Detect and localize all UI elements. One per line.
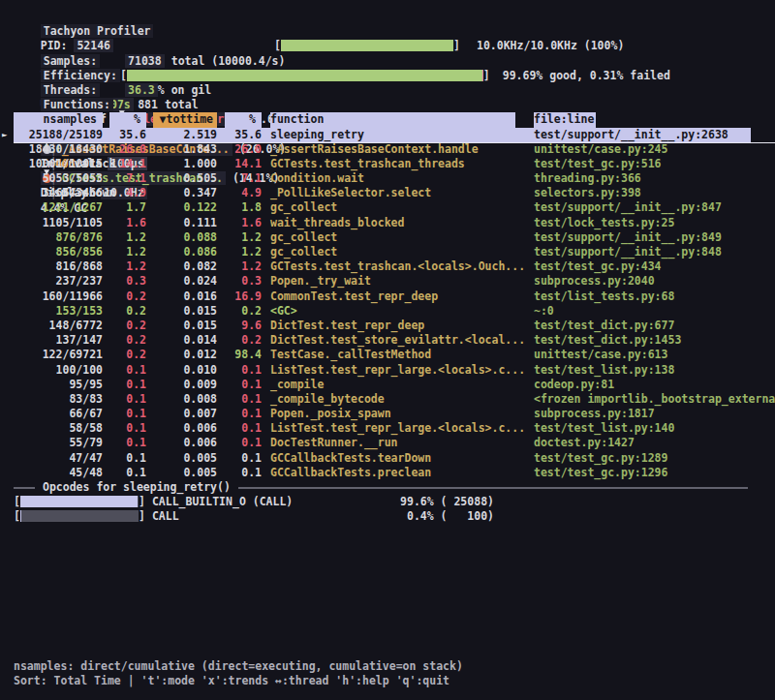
cell-p2: 26.0 xyxy=(217,142,262,157)
cell-fl: test/support/__init__.py:848 xyxy=(524,245,775,259)
cell-fl: test/test_dict.py:677 xyxy=(524,319,775,333)
opcode-name: CALL_BUILTIN_O (CALL) xyxy=(152,495,293,508)
table-row[interactable]: 816/8681.20.0821.2GCTests.test_trashcan.… xyxy=(14,259,775,274)
table-row[interactable]: 148/67720.20.0159.6DictTest.test_repr_de… xyxy=(14,319,775,333)
cell-fl: test/support/__init__.py:847 xyxy=(524,200,775,215)
bracket-close: ] xyxy=(453,39,460,52)
cell-p2: 0.1 xyxy=(217,466,262,480)
opcode-bar xyxy=(20,510,139,522)
cell-tt: 0.014 xyxy=(146,333,217,348)
col-pct1[interactable]: % xyxy=(103,112,146,127)
cell-p1: 0.1 xyxy=(103,392,146,407)
cell-p2: 1.2 xyxy=(217,259,262,274)
cell-ns: 237/237 xyxy=(14,274,103,289)
title-line: Tachyon Profiler xyxy=(0,10,775,24)
bracket-open: [ xyxy=(14,495,20,508)
cell-tt: 0.347 xyxy=(146,186,217,200)
table-row[interactable]: 122/697210.20.01298.4TestCase._callTestM… xyxy=(14,348,775,362)
table-row[interactable]: 237/2370.30.0240.3Popen._try_waitsubproc… xyxy=(14,274,775,289)
col-tottime-sorted[interactable]: ▼tottime xyxy=(146,112,217,127)
table-row[interactable]: 5053/50537.10.5057.1Condition.waitthread… xyxy=(14,171,775,186)
status-line: PID:52146 │ Thread:ALL │ Uptime:0m07s │ … xyxy=(0,24,775,39)
cell-p2: 0.1 xyxy=(217,451,262,466)
cell-tt: 0.016 xyxy=(146,289,217,304)
col-pct2[interactable]: % xyxy=(217,112,262,127)
cell-fn: DictTest.test_store_evilattr.<local... xyxy=(262,333,524,348)
cell-ns: 856/856 xyxy=(14,245,103,259)
cell-ns: 816/868 xyxy=(14,259,103,274)
table-row[interactable]: 153/1530.20.0150.2<GC>~:0 xyxy=(14,304,775,319)
table-header: nsamples % ▼tottime % function file:line xyxy=(14,112,775,127)
profiler-screen: Tachyon Profiler PID:52146 │ Thread:ALL … xyxy=(0,0,775,700)
table-row[interactable]: 95/950.10.0090.1_compilecodeop.py:81 xyxy=(14,378,775,392)
table-row[interactable]: 100/1000.10.0100.1ListTest.test_repr_lar… xyxy=(14,363,775,378)
samples-rate: 10.0KHz/10.0KHz (100%) xyxy=(477,39,624,53)
table-row[interactable]: 856/8561.20.0861.2gc_collecttest/support… xyxy=(14,245,775,259)
cell-p1: 14.1 xyxy=(103,157,146,171)
cell-ns: 876/876 xyxy=(14,230,103,245)
cell-p2: 0.1 xyxy=(217,392,262,407)
cell-fl: test/test_gc.py:516 xyxy=(524,157,775,171)
divider-dash xyxy=(238,487,748,489)
cell-tt: 0.010 xyxy=(146,363,217,378)
table-row[interactable]: 137/1470.20.0140.2DictTest.test_store_ev… xyxy=(14,333,775,348)
cell-fl: test/test_gc.py:1296 xyxy=(524,466,775,480)
cell-ns: 45/48 xyxy=(14,466,103,480)
cell-ns: 5053/5053 xyxy=(14,171,103,186)
cell-fl: test/test_list.py:138 xyxy=(524,363,775,378)
col-fileline[interactable]: file:line xyxy=(524,112,775,127)
table-row[interactable]: 47/470.10.0050.1GCCallbackTests.tearDown… xyxy=(14,451,775,466)
table-row[interactable]: 83/830.10.0080.1_compile_bytecode<frozen… xyxy=(14,392,775,407)
function-table: 25188/2518935.62.51935.6sleeping_retryte… xyxy=(0,128,775,481)
opcode-bar-fill xyxy=(20,496,139,507)
cell-fl: test/test_dict.py:1453 xyxy=(524,333,775,348)
cell-tt: 0.088 xyxy=(146,230,217,245)
table-row[interactable]: 58/580.10.0060.1ListTest.test_repr_large… xyxy=(14,421,775,436)
cell-p2: 16.9 xyxy=(217,289,262,304)
cell-ns: 58/58 xyxy=(14,421,103,436)
cell-fn: sleeping_retry xyxy=(262,128,524,142)
cell-ns: 1221/1267 xyxy=(14,200,103,215)
cell-tt: 1.843 xyxy=(146,142,217,157)
cell-fl: <frozen importlib._bootstrap_externa xyxy=(524,392,775,407)
empty-space xyxy=(0,525,775,659)
samples-bar-fill xyxy=(281,40,453,51)
legend-line: nsamples: direct/cumulative (direct=exec… xyxy=(0,659,775,674)
cell-fn: gc_collect xyxy=(262,245,524,259)
col-function[interactable]: function xyxy=(262,112,524,127)
cell-p1: 0.2 xyxy=(103,348,146,362)
cell-tt: 0.007 xyxy=(146,407,217,421)
table-row[interactable]: 18430/1843026.01.84326.0_AssertRaisesBas… xyxy=(14,142,775,157)
cell-fn: _AssertRaisesBaseContext.handle xyxy=(262,142,524,157)
table-row[interactable]: 1105/11051.60.1111.6wait_threads_blocked… xyxy=(14,216,775,230)
table-row-selected[interactable]: 25188/2518935.62.51935.6sleeping_retryte… xyxy=(14,128,775,142)
cell-tt: 0.005 xyxy=(146,466,217,480)
cell-fn: ListTest.test_repr_large.<locals>.c... xyxy=(262,363,524,378)
opcode-name: CALL xyxy=(152,509,179,523)
cell-fn: CommonTest.test_repr_deep xyxy=(262,289,524,304)
cell-p2: 7.1 xyxy=(217,171,262,186)
col-nsamples[interactable]: nsamples xyxy=(14,112,103,127)
table-row[interactable]: 1221/12671.70.1221.8gc_collecttest/suppo… xyxy=(14,200,775,215)
table-row[interactable]: 3466/34664.90.3474.9_PollLikeSelector.se… xyxy=(14,186,775,200)
cell-tt: 0.008 xyxy=(146,392,217,407)
cell-p1: 1.2 xyxy=(103,230,146,245)
cell-fn: Condition.wait xyxy=(262,171,524,186)
threads-line: Threads:36.3% on gil │ 63.7% off gil │ 0… xyxy=(0,69,775,83)
cell-p2: 0.1 xyxy=(217,421,262,436)
cell-tt: 0.086 xyxy=(146,245,217,259)
cell-p1: 35.6 xyxy=(103,128,146,142)
cell-ns: 137/147 xyxy=(14,333,103,348)
table-row[interactable]: 55/790.10.0060.1DocTestRunner.__rundocte… xyxy=(14,436,775,450)
cell-fl: test/lock_tests.py:25 xyxy=(524,216,775,230)
cell-fn: Popen._posix_spawn xyxy=(262,407,524,421)
table-row[interactable]: 45/480.10.0050.1GCCallbackTests.preclean… xyxy=(14,466,775,480)
cell-p1: 1.2 xyxy=(103,245,146,259)
cell-ns: 148/6772 xyxy=(14,319,103,333)
table-row[interactable]: 10001/1001514.11.00014.1GCTests.test_tra… xyxy=(14,157,775,171)
table-row[interactable]: 66/670.10.0070.1Popen._posix_spawnsubpro… xyxy=(14,407,775,421)
table-row[interactable]: 160/119660.20.01616.9CommonTest.test_rep… xyxy=(14,289,775,304)
bracket-open: [ xyxy=(14,509,20,523)
cell-fl: selectors.py:398 xyxy=(524,186,775,200)
table-row[interactable]: 876/8761.20.0881.2gc_collecttest/support… xyxy=(14,230,775,245)
